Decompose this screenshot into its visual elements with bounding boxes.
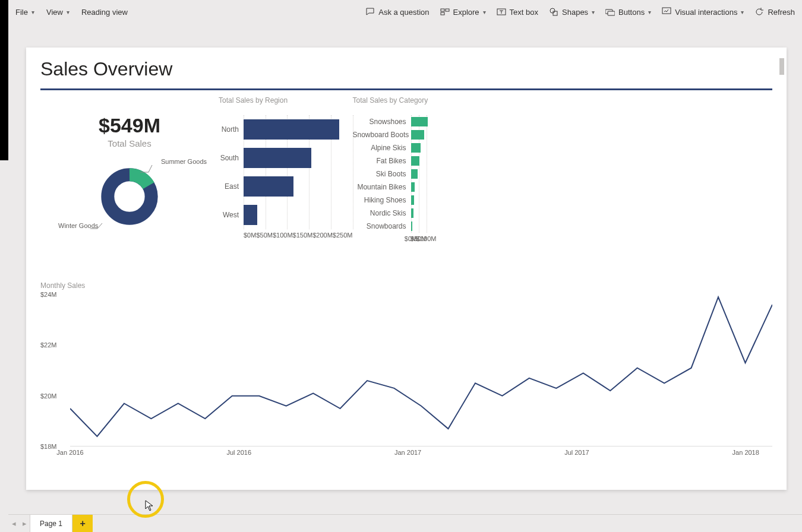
bar-label: North bbox=[219, 125, 244, 134]
bar[interactable] bbox=[244, 176, 293, 197]
shapes-menu[interactable]: Shapes ▾ bbox=[549, 7, 595, 17]
file-menu-label: File bbox=[15, 8, 28, 17]
kpi-card[interactable]: $549M Total Sales Summer Goods Winter Go… bbox=[40, 96, 219, 265]
bar-label: West bbox=[219, 211, 244, 219]
chevron-down-icon: ▾ bbox=[741, 9, 744, 15]
category-bar-chart[interactable]: Total Sales by Category SnowshoesSnowboa… bbox=[353, 96, 428, 265]
view-menu[interactable]: View ▾ bbox=[46, 8, 70, 17]
donut-chart[interactable]: Summer Goods Winter Goods bbox=[52, 158, 207, 265]
explore-menu[interactable]: Explore ▾ bbox=[440, 7, 486, 17]
bar[interactable] bbox=[411, 169, 418, 179]
axis-tick: Jan 2018 bbox=[732, 449, 759, 456]
axis-tick: Jul 2016 bbox=[227, 449, 252, 456]
category-bar-row: Snowshoes bbox=[353, 115, 428, 128]
bar[interactable] bbox=[244, 119, 339, 140]
chat-icon bbox=[365, 7, 375, 17]
chevron-down-icon: ▾ bbox=[648, 9, 651, 15]
bar-label: Fat Bikes bbox=[353, 157, 411, 165]
axis-tick: Jan 2017 bbox=[394, 449, 421, 456]
shapes-label: Shapes bbox=[562, 8, 588, 17]
axis-tick: $50M bbox=[256, 232, 273, 239]
region-title: Total Sales by Region bbox=[219, 96, 353, 104]
category-bar-row: Hiking Shoes bbox=[353, 194, 428, 207]
refresh-button[interactable]: Refresh bbox=[754, 7, 795, 17]
bar[interactable] bbox=[244, 205, 257, 225]
bar[interactable] bbox=[411, 182, 415, 192]
bar[interactable] bbox=[411, 156, 419, 166]
cursor-icon bbox=[145, 500, 154, 514]
scrollbar[interactable] bbox=[779, 58, 784, 75]
bar-label: Ski Boots bbox=[353, 170, 411, 178]
title-rule bbox=[40, 88, 772, 90]
axis-tick: $100M bbox=[273, 232, 293, 239]
page-tab-bar: ◂ ▸ Page 1 + bbox=[8, 514, 802, 532]
refresh-label: Refresh bbox=[768, 8, 795, 17]
shapes-icon bbox=[549, 7, 558, 17]
region-bar-row: North bbox=[219, 115, 353, 144]
app-left-strip bbox=[0, 0, 8, 160]
axis-tick: $18M bbox=[40, 443, 57, 450]
axis-tick: Jan 2016 bbox=[56, 449, 83, 456]
svg-rect-7 bbox=[608, 11, 615, 15]
bar-label: Mountain Bikes bbox=[353, 183, 411, 191]
region-bar-row: South bbox=[219, 144, 353, 172]
chevron-down-icon: ▾ bbox=[67, 9, 70, 15]
region-bar-row: East bbox=[219, 172, 353, 201]
monthly-title: Monthly Sales bbox=[40, 281, 772, 290]
report-canvas[interactable]: Sales Overview $549M Total Sales Summer … bbox=[26, 48, 787, 490]
bar[interactable] bbox=[411, 117, 428, 126]
textbox-button[interactable]: Text box bbox=[497, 7, 538, 17]
category-bar-row: Snowboard Boots bbox=[353, 128, 428, 141]
bar-label: Snowshoes bbox=[353, 118, 411, 126]
bar-label: East bbox=[219, 182, 244, 191]
monthly-line-chart[interactable]: Monthly Sales $24M$22M$20M$18M Jan 2016J… bbox=[40, 281, 772, 461]
svg-rect-8 bbox=[662, 8, 671, 14]
bar-label: Alpine Skis bbox=[353, 144, 411, 152]
svg-rect-0 bbox=[441, 9, 444, 11]
region-bar-chart[interactable]: Total Sales by Region NorthSouthEastWest… bbox=[219, 96, 353, 265]
kpi-value: $549M bbox=[40, 114, 219, 137]
donut-label-winter: Winter Goods bbox=[58, 222, 98, 229]
svg-point-4 bbox=[550, 8, 555, 13]
visual-interactions-menu[interactable]: Visual interactions ▾ bbox=[662, 7, 744, 17]
chevron-down-icon: ▾ bbox=[483, 9, 486, 15]
axis-tick: $0M bbox=[244, 232, 256, 239]
bar[interactable] bbox=[411, 221, 412, 231]
line-plot bbox=[70, 294, 772, 446]
textbox-icon bbox=[497, 7, 506, 17]
page-tab-1-label: Page 1 bbox=[40, 520, 62, 528]
bar[interactable] bbox=[411, 195, 415, 205]
ask-question-button[interactable]: Ask a question bbox=[365, 7, 429, 17]
category-bar-row: Alpine Skis bbox=[353, 141, 428, 154]
kpi-label: Total Sales bbox=[40, 138, 219, 148]
ask-question-label: Ask a question bbox=[378, 8, 429, 17]
buttons-menu[interactable]: Buttons ▾ bbox=[605, 7, 651, 17]
region-bar-row: West bbox=[219, 201, 353, 229]
page-title: Sales Overview bbox=[40, 58, 772, 80]
reading-view-label: Reading view bbox=[81, 8, 128, 17]
category-bar-row: Fat Bikes bbox=[353, 154, 428, 167]
explore-label: Explore bbox=[453, 8, 479, 17]
axis-tick: Jul 2017 bbox=[564, 449, 589, 456]
prev-page-button[interactable]: ◂ bbox=[8, 515, 19, 532]
visual-interactions-label: Visual interactions bbox=[675, 8, 737, 17]
bar[interactable] bbox=[411, 208, 414, 218]
bar[interactable] bbox=[411, 130, 425, 140]
visual-interactions-icon bbox=[662, 7, 671, 17]
svg-rect-5 bbox=[553, 11, 557, 15]
file-menu[interactable]: File ▾ bbox=[15, 8, 34, 17]
axis-tick: $22M bbox=[40, 341, 57, 349]
bar[interactable] bbox=[411, 143, 421, 153]
page-tab-1[interactable]: Page 1 bbox=[30, 515, 72, 532]
axis-tick: $250M bbox=[333, 232, 353, 239]
bar[interactable] bbox=[244, 148, 311, 168]
axis-tick: $150M bbox=[293, 232, 313, 239]
next-page-button[interactable]: ▸ bbox=[19, 515, 30, 532]
refresh-icon bbox=[754, 7, 764, 17]
reading-view-button[interactable]: Reading view bbox=[81, 8, 128, 17]
category-bar-row: Ski Boots bbox=[353, 167, 428, 180]
add-page-button[interactable]: + bbox=[72, 515, 93, 532]
view-menu-label: View bbox=[46, 8, 63, 17]
axis-tick: $200M bbox=[312, 232, 333, 239]
bar-label: Snowboards bbox=[353, 222, 411, 230]
